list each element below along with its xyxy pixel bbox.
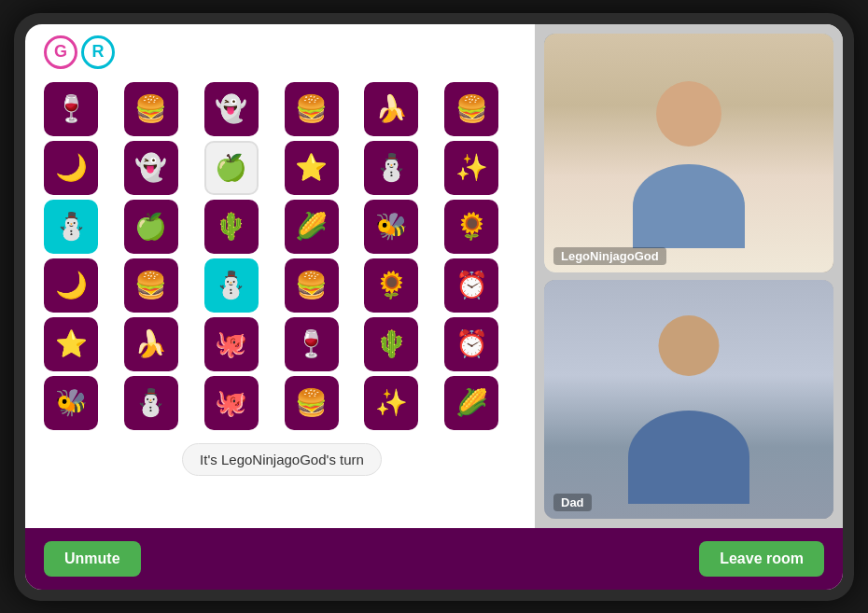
game-grid: 🍷🍔👻🍔🍌🍔🌙👻🍏⭐⛄✨⛄🍏🌵🌽🐝🌻🌙🍔⛄🍔🌻⏰⭐🍌🐙🍷🌵⏰🐝⛄🐙🍔✨🌽 <box>44 82 520 430</box>
grid-cell-32[interactable]: 🐙 <box>204 376 259 430</box>
kid-label: LegoNinjagoGod <box>553 247 666 265</box>
screen: G R 🍷🍔👻🍔🍌🍔🌙👻🍏⭐⛄✨⛄🍏🌵🌽🐝🌻🌙🍔⛄🍔🌻⏰⭐🍌🐙🍷🌵⏰🐝⛄🐙🍔✨🌽… <box>25 24 843 590</box>
grid-cell-19[interactable]: 🍔 <box>124 258 178 313</box>
grid-cell-11[interactable]: ✨ <box>444 141 498 195</box>
grid-cell-29[interactable]: ⏰ <box>444 317 498 371</box>
turn-message: It's LegoNinjagoGod's turn <box>182 443 382 476</box>
video-dad: Dad <box>544 280 833 519</box>
logo-g: G <box>44 35 77 69</box>
grid-cell-20[interactable]: ⛄ <box>204 258 259 313</box>
left-panel: G R 🍷🍔👻🍔🍌🍔🌙👻🍏⭐⛄✨⛄🍏🌵🌽🐝🌻🌙🍔⛄🍔🌻⏰⭐🍌🐙🍷🌵⏰🐝⛄🐙🍔✨🌽… <box>25 24 535 528</box>
grid-cell-30[interactable]: 🐝 <box>44 376 98 430</box>
grid-cell-8[interactable]: 🍏 <box>204 141 259 195</box>
grid-cell-27[interactable]: 🍷 <box>285 317 339 371</box>
grid-cell-22[interactable]: 🌻 <box>364 258 418 313</box>
grid-cell-13[interactable]: 🍏 <box>124 200 178 254</box>
grid-cell-35[interactable]: 🌽 <box>444 376 498 430</box>
grid-cell-21[interactable]: 🍔 <box>285 258 339 313</box>
dad-label: Dad <box>553 494 592 511</box>
grid-cell-9[interactable]: ⭐ <box>285 141 339 195</box>
tablet-frame: G R 🍷🍔👻🍔🍌🍔🌙👻🍏⭐⛄✨⛄🍏🌵🌽🐝🌻🌙🍔⛄🍔🌻⏰⭐🍌🐙🍷🌵⏰🐝⛄🐙🍔✨🌽… <box>14 13 854 601</box>
video-dad-feed <box>544 280 833 519</box>
grid-cell-16[interactable]: 🐝 <box>364 200 418 254</box>
video-kid: LegoNinjagoGod <box>544 34 833 272</box>
grid-cell-25[interactable]: 🍌 <box>124 317 178 371</box>
grid-cell-18[interactable]: 🌙 <box>44 258 98 313</box>
video-kid-feed <box>544 34 833 272</box>
grid-cell-6[interactable]: 🌙 <box>44 141 98 195</box>
grid-cell-5[interactable]: 🍔 <box>444 82 498 136</box>
grid-cell-34[interactable]: ✨ <box>364 376 418 430</box>
grid-cell-15[interactable]: 🌽 <box>285 200 339 254</box>
grid-cell-14[interactable]: 🌵 <box>204 200 259 254</box>
grid-cell-33[interactable]: 🍔 <box>285 376 339 430</box>
grid-cell-26[interactable]: 🐙 <box>204 317 259 371</box>
grid-cell-10[interactable]: ⛄ <box>364 141 418 195</box>
right-panel: LegoNinjagoGod Dad <box>535 24 843 528</box>
logo-r: R <box>81 35 115 69</box>
grid-cell-2[interactable]: 👻 <box>204 82 259 136</box>
grid-cell-31[interactable]: ⛄ <box>124 376 178 430</box>
main-area: G R 🍷🍔👻🍔🍌🍔🌙👻🍏⭐⛄✨⛄🍏🌵🌽🐝🌻🌙🍔⛄🍔🌻⏰⭐🍌🐙🍷🌵⏰🐝⛄🐙🍔✨🌽… <box>25 24 843 528</box>
grid-cell-23[interactable]: ⏰ <box>444 258 498 313</box>
unmute-button[interactable]: Unmute <box>44 541 141 577</box>
grid-cell-12[interactable]: ⛄ <box>44 200 98 254</box>
logo: G R <box>44 35 520 69</box>
grid-cell-17[interactable]: 🌻 <box>444 200 498 254</box>
grid-cell-7[interactable]: 👻 <box>124 141 178 195</box>
bottom-bar: Unmute Leave room <box>25 528 843 590</box>
kid-person <box>544 34 833 272</box>
leave-room-button[interactable]: Leave room <box>699 541 824 577</box>
grid-cell-4[interactable]: 🍌 <box>364 82 418 136</box>
grid-cell-3[interactable]: 🍔 <box>285 82 339 136</box>
dad-person <box>544 280 833 519</box>
grid-cell-0[interactable]: 🍷 <box>44 82 98 136</box>
grid-cell-28[interactable]: 🌵 <box>364 317 418 371</box>
grid-cell-24[interactable]: ⭐ <box>44 317 98 371</box>
grid-cell-1[interactable]: 🍔 <box>124 82 178 136</box>
